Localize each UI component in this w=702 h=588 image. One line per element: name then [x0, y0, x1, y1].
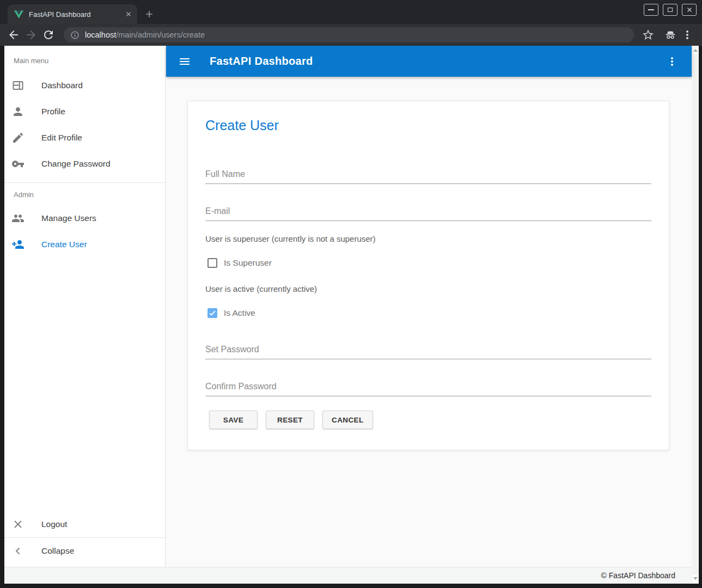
triangle-down-icon — [693, 577, 698, 580]
cancel-button[interactable]: CANCEL — [322, 411, 373, 429]
sidebar-item-profile[interactable]: Profile — [4, 99, 165, 125]
set-password-field-wrap — [205, 340, 651, 359]
form-actions: SAVE RESET CANCEL — [209, 411, 651, 429]
scrollbar-down-arrow[interactable] — [692, 575, 699, 583]
sidebar-item-label: Profile — [41, 107, 65, 117]
sidebar-item-manage-users[interactable]: Manage Users — [4, 205, 165, 231]
incognito-icon — [664, 28, 677, 41]
chevron-left-icon — [11, 544, 25, 558]
maximize-button[interactable] — [663, 4, 677, 16]
scrollbar-thumb[interactable] — [693, 54, 698, 575]
back-icon[interactable] — [7, 28, 20, 41]
hamburger-icon[interactable] — [178, 55, 191, 68]
info-icon[interactable] — [70, 30, 80, 40]
sidebar-bottom-group: Logout Collapse — [4, 511, 165, 564]
app-title: FastAPI Dashboard — [210, 55, 313, 68]
window-controls — [644, 4, 697, 16]
page-footer: © FastAPI Dashboard — [4, 567, 692, 584]
sidebar-item-label: Dashboard — [41, 81, 83, 90]
page-title: Create User — [205, 117, 651, 134]
is-superuser-checkbox[interactable] — [207, 258, 217, 268]
active-hint: User is active (currently active) — [205, 284, 651, 294]
person-icon — [11, 105, 25, 118]
sidebar-section-admin: Admin — [4, 183, 165, 205]
app-menu-kebab-icon[interactable] — [666, 55, 679, 68]
confirm-password-field-wrap — [205, 377, 651, 396]
check-icon — [208, 309, 217, 317]
url-path: /main/admin/users/create — [116, 30, 205, 39]
sidebar-item-label: Create User — [41, 240, 87, 249]
sidebar-item-label: Collapse — [41, 546, 74, 556]
sidebar-item-logout[interactable]: Logout — [4, 511, 165, 537]
checkbox-label: Is Superuser — [224, 258, 272, 268]
close-icon — [686, 7, 693, 13]
sidebar-item-create-user[interactable]: Create User — [4, 231, 165, 258]
reload-icon[interactable] — [42, 28, 55, 41]
sidebar-item-label: Logout — [41, 519, 67, 529]
full-name-input[interactable] — [205, 164, 651, 184]
key-icon — [11, 157, 25, 170]
tab-strip: FastAPI Dashboard — [0, 0, 702, 24]
email-field-wrap — [205, 201, 651, 221]
url-host: localhost — [85, 30, 116, 39]
sidebar-section-main-menu: Main menu — [4, 46, 165, 72]
vue-logo-icon — [14, 10, 23, 19]
dashboard-icon — [11, 79, 25, 92]
page-viewport: Main menu Dashboard Profile Edit Profile… — [4, 46, 699, 584]
sidebar-item-change-password[interactable]: Change Password — [4, 151, 165, 177]
vertical-scrollbar[interactable] — [692, 46, 699, 584]
sidebar-item-dashboard[interactable]: Dashboard — [4, 72, 165, 99]
sidebar-item-label: Change Password — [41, 159, 111, 169]
tab-close-icon[interactable] — [124, 10, 133, 19]
new-tab-button[interactable] — [142, 7, 157, 22]
address-bar[interactable]: localhost/main/admin/users/create — [64, 27, 634, 42]
email-input[interactable] — [205, 201, 651, 221]
copyright-text: © FastAPI Dashboard — [601, 571, 675, 580]
create-user-card: Create User User is superuser (currently… — [187, 101, 669, 450]
person-add-icon — [11, 238, 25, 251]
set-password-input[interactable] — [205, 340, 651, 359]
sidebar: Main menu Dashboard Profile Edit Profile… — [4, 46, 166, 567]
is-active-checkbox[interactable] — [207, 308, 217, 318]
url-text: localhost/main/admin/users/create — [85, 30, 205, 39]
save-button[interactable]: SAVE — [209, 411, 258, 429]
is-active-checkbox-row[interactable]: Is Active — [207, 308, 651, 318]
tab-title: FastAPI Dashboard — [29, 10, 124, 19]
pencil-icon — [11, 131, 25, 144]
reset-button[interactable]: RESET — [266, 411, 314, 429]
plus-icon — [144, 9, 155, 20]
scrollbar-up-arrow[interactable] — [692, 47, 699, 54]
sidebar-item-collapse[interactable]: Collapse — [4, 538, 165, 564]
app-bar: FastAPI Dashboard — [166, 46, 692, 77]
full-name-field-wrap — [205, 164, 651, 184]
close-window-button[interactable] — [682, 4, 697, 16]
forward-icon[interactable] — [25, 28, 38, 41]
close-icon — [11, 518, 25, 531]
main-content: FastAPI Dashboard Create User User is su… — [166, 46, 692, 567]
superuser-hint: User is superuser (currently is not a su… — [205, 234, 651, 244]
browser-menu-kebab-icon[interactable] — [681, 28, 694, 41]
people-icon — [11, 212, 25, 225]
bookmark-star-icon[interactable] — [642, 28, 655, 41]
minimize-button[interactable] — [644, 4, 658, 16]
maximize-icon — [668, 8, 673, 12]
checkbox-label: Is Active — [224, 308, 255, 318]
confirm-password-input[interactable] — [205, 377, 651, 396]
is-superuser-checkbox-row[interactable]: Is Superuser — [207, 258, 651, 268]
triangle-up-icon — [693, 49, 698, 52]
browser-window: FastAPI Dashboard localhost/main/admin/u… — [0, 0, 702, 588]
sidebar-item-edit-profile[interactable]: Edit Profile — [4, 125, 165, 151]
browser-toolbar: localhost/main/admin/users/create — [0, 24, 702, 46]
sidebar-item-label: Manage Users — [41, 213, 96, 223]
sidebar-item-label: Edit Profile — [41, 133, 82, 143]
minimize-icon — [648, 9, 654, 10]
browser-tab[interactable]: FastAPI Dashboard — [8, 4, 137, 24]
